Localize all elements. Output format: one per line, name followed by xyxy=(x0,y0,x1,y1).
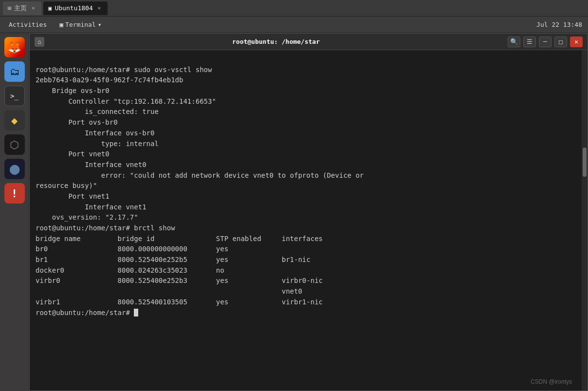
close-icon: ✕ xyxy=(574,38,578,45)
terminal-line-21: virbr0 8000.525400e252b3 yes virbr0-nic xyxy=(36,277,323,284)
scrollbar-thumb[interactable] xyxy=(583,148,587,177)
terminal-line-23: virbr1 8000.525400103505 yes virbr1-nic xyxy=(36,298,323,306)
terminal-line-17: bridge name bridge id STP enabled interf… xyxy=(36,235,323,242)
home-tab-close[interactable]: ✕ xyxy=(30,5,37,12)
title-bar-controls: 🔍 ☰ ─ □ ✕ xyxy=(508,37,583,47)
terminal-cursor xyxy=(134,309,138,317)
home-tab-label: 主页 xyxy=(14,4,27,13)
terminal-line-22: vnet0 xyxy=(36,287,302,295)
activities-button[interactable]: Activities xyxy=(6,20,50,29)
terminal-menu-icon: ▣ xyxy=(59,21,63,28)
terminal-line-2: 2ebb7643-0a29-45f0-962f-7c74fb4eb1db xyxy=(36,76,183,84)
eclipse-icon[interactable] xyxy=(4,159,25,179)
watermark: CSDN @irontys xyxy=(531,377,572,387)
minimize-button[interactable]: ─ xyxy=(539,37,551,47)
terminal-output[interactable]: root@ubuntu:/home/star# sudo ovs-vsctl s… xyxy=(30,50,582,391)
menu-button[interactable]: ☰ xyxy=(523,37,536,47)
terminal-line-5: is_connected: true xyxy=(36,108,159,115)
terminal-line-14: Interface vnet1 xyxy=(36,203,147,211)
vm-icon[interactable] xyxy=(4,134,25,155)
ubuntu-tab-label: Ubuntu1804 xyxy=(55,4,92,12)
minimize-icon: ─ xyxy=(543,38,547,45)
terminal-line-9: Port vnet0 xyxy=(36,150,110,158)
taskbar-tab-ubuntu[interactable]: ▣ Ubuntu1804 ✕ xyxy=(43,1,108,15)
home-tab-icon: ⊞ xyxy=(8,5,11,12)
terminal-title: root@ubuntu: /home/star xyxy=(44,38,508,45)
sublime-icon[interactable] xyxy=(4,110,25,130)
menu-icon: ☰ xyxy=(527,38,533,45)
app-sidebar xyxy=(0,33,29,391)
activities-bar: Activities ▣ Terminal ▾ Jul 22 13:48 xyxy=(0,17,588,33)
files-icon[interactable] xyxy=(4,61,25,82)
terminal-menu-arrow: ▾ xyxy=(98,21,102,28)
firefox-icon[interactable] xyxy=(4,37,25,57)
terminal-window: ⌂ root@ubuntu: /home/star 🔍 ☰ ─ □ ✕ xyxy=(29,33,588,391)
ubuntu-tab-close[interactable]: ✕ xyxy=(96,5,103,12)
terminal-line-11: error: "could not add network device vne… xyxy=(36,171,364,179)
terminal-line-19: br1 8000.525400e252b5 yes br1-nic xyxy=(36,256,311,263)
close-button[interactable]: ✕ xyxy=(570,37,583,47)
terminal-line-16: root@ubuntu:/home/star# brctl show xyxy=(36,224,175,232)
terminal-line-6: Port ovs-br0 xyxy=(36,118,118,126)
terminal-menu[interactable]: ▣ Terminal ▾ xyxy=(59,21,101,28)
search-button[interactable]: 🔍 xyxy=(508,37,520,47)
terminal-line-12: resource busy)" xyxy=(36,182,97,189)
ubuntu-tab-icon: ▣ xyxy=(48,5,52,12)
search-icon: 🔍 xyxy=(510,38,518,45)
maximize-icon: □ xyxy=(559,38,563,45)
terminal-icon[interactable] xyxy=(4,86,25,106)
terminal-body: root@ubuntu:/home/star# sudo ovs-vsctl s… xyxy=(30,50,588,391)
terminal-scrollbar[interactable] xyxy=(582,50,588,391)
terminal-line-10: Interface vnet0 xyxy=(36,161,147,168)
terminal-title-bar: ⌂ root@ubuntu: /home/star 🔍 ☰ ─ □ ✕ xyxy=(30,34,588,50)
terminal-line-13: Port vnet1 xyxy=(36,192,110,200)
terminal-line-3: Bridge ovs-br0 xyxy=(36,87,110,94)
terminal-line-20: docker0 8000.024263c35023 no xyxy=(36,266,224,274)
terminal-line-8: type: internal xyxy=(36,140,159,148)
terminal-line-1: root@ubuntu:/home/star# sudo ovs-vsctl s… xyxy=(36,66,212,74)
terminal-line-18: br0 8000.000000000000 yes xyxy=(36,245,228,253)
terminal-line-24: root@ubuntu:/home/star# xyxy=(36,309,138,317)
main-layout: ⌂ root@ubuntu: /home/star 🔍 ☰ ─ □ ✕ xyxy=(0,33,588,391)
terminal-line-7: Interface ovs-br0 xyxy=(36,129,154,137)
title-bar-left: ⌂ xyxy=(35,37,44,47)
title-home-icon: ⌂ xyxy=(35,37,44,47)
taskbar-tab-home[interactable]: ⊞ 主页 ✕ xyxy=(3,1,41,15)
terminal-line-4: Controller "tcp:192.168.72.141:6653" xyxy=(36,97,216,105)
error-icon[interactable] xyxy=(4,183,25,204)
datetime-display: Jul 22 13:48 xyxy=(536,21,582,28)
maximize-button[interactable]: □ xyxy=(554,37,567,47)
terminal-line-15: ovs_version: "2.17.7" xyxy=(36,213,138,221)
taskbar: ⊞ 主页 ✕ ▣ Ubuntu1804 ✕ xyxy=(0,0,588,17)
